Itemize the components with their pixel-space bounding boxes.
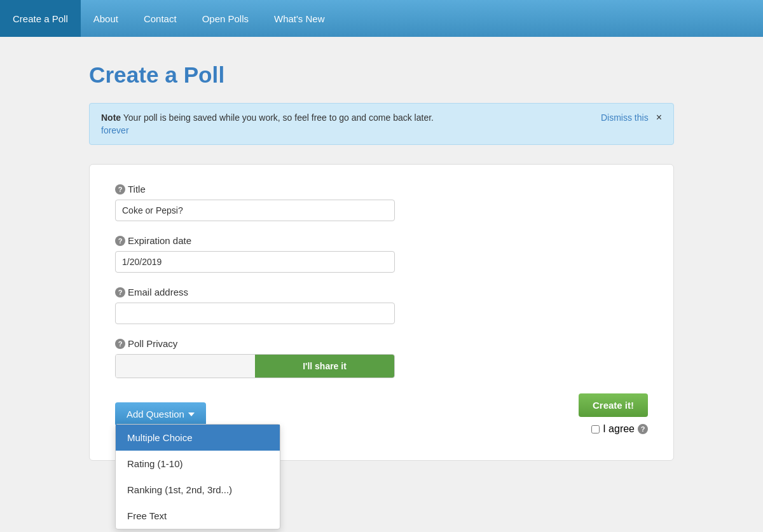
privacy-option-share[interactable]: I'll share it <box>255 355 394 378</box>
expiration-field-group: ? Expiration date <box>115 235 648 273</box>
dismiss-link[interactable]: Dismiss this <box>601 113 649 123</box>
privacy-help-icon[interactable]: ? <box>115 339 125 349</box>
banner-message: Your poll is being saved while you work,… <box>121 113 434 123</box>
email-help-icon[interactable]: ? <box>115 287 125 297</box>
title-field-group: ? Title <box>115 184 648 221</box>
close-icon[interactable]: × <box>656 113 662 123</box>
action-row: Add Question Create it! I agree ? Multip… <box>115 393 648 435</box>
banner-note-label: Note <box>101 113 121 123</box>
dropdown-item-multiple-choice[interactable]: Multiple Choice <box>116 425 280 451</box>
agree-row: I agree ? <box>591 423 648 435</box>
nav-whats-new[interactable]: What's New <box>261 0 338 37</box>
agree-checkbox[interactable] <box>591 425 600 433</box>
note-banner: Note Your poll is being saved while you … <box>89 103 674 145</box>
add-question-label: Add Question <box>127 409 184 419</box>
agree-help-icon[interactable]: ? <box>638 424 648 434</box>
agree-label: I agree <box>603 423 635 435</box>
banner-text: Note Your poll is being saved while you … <box>101 113 591 135</box>
expiration-help-icon[interactable]: ? <box>115 236 125 246</box>
title-input[interactable] <box>115 200 395 221</box>
page-title: Create a Poll <box>89 62 674 88</box>
privacy-field-group: ? Poll Privacy I'll share it <box>115 338 648 378</box>
privacy-toggle: I'll share it <box>115 354 395 378</box>
email-field-group: ? Email address <box>115 287 648 324</box>
email-label: ? Email address <box>115 287 648 297</box>
add-question-dropdown: Multiple Choice Rating (1-10) Ranking (1… <box>115 424 280 529</box>
email-input[interactable] <box>115 303 395 324</box>
navigation: Create a Poll About Contact Open Polls W… <box>0 0 763 37</box>
nav-create-poll[interactable]: Create a Poll <box>0 0 81 37</box>
form-card: ? Title ? Expiration date ? Email addres… <box>89 164 674 461</box>
nav-open-polls[interactable]: Open Polls <box>189 0 261 37</box>
title-help-icon[interactable]: ? <box>115 184 125 194</box>
privacy-label: ? Poll Privacy <box>115 338 648 349</box>
dismiss-forever-link[interactable]: forever <box>101 125 129 135</box>
dropdown-item-free-text[interactable]: Free Text <box>116 503 280 529</box>
nav-contact[interactable]: Contact <box>131 0 189 37</box>
caret-icon <box>188 413 195 416</box>
add-question-button[interactable]: Add Question <box>115 402 206 426</box>
privacy-option-left[interactable] <box>116 355 255 378</box>
dropdown-item-ranking[interactable]: Ranking (1st, 2nd, 3rd...) <box>116 477 280 503</box>
expiration-label: ? Expiration date <box>115 235 648 246</box>
expiration-input[interactable] <box>115 251 395 273</box>
dropdown-item-rating[interactable]: Rating (1-10) <box>116 451 280 477</box>
create-button[interactable]: Create it! <box>579 393 648 417</box>
main-content: Create a Poll Note Your poll is being sa… <box>76 37 687 486</box>
nav-about[interactable]: About <box>81 0 131 37</box>
title-label: ? Title <box>115 184 648 194</box>
